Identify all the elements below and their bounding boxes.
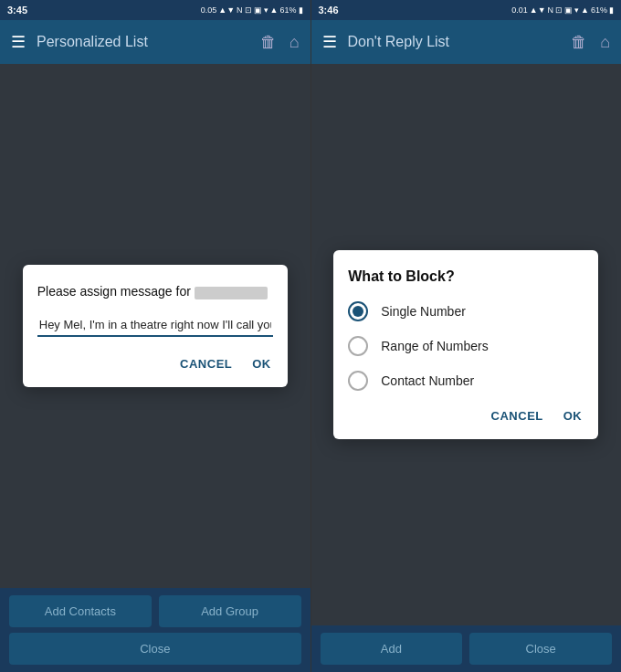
radio-circle-single (348, 301, 368, 321)
dialog2-title: What to Block? (348, 268, 584, 285)
dialog-actions-right: CANCEL OK (348, 405, 584, 426)
status-icons-left: 0.05 ▲▼ N ⊡ ▣ ▾ ▲ 61% ▮ (201, 5, 303, 15)
status-bar-left: 3:45 0.05 ▲▼ N ⊡ ▣ ▾ ▲ 61% ▮ (0, 0, 310, 20)
time-left: 3:45 (7, 5, 27, 16)
add-button-right[interactable]: Add (321, 633, 463, 665)
status-bar-right: 3:46 0.01 ▲▼ N ⊡ ▣ ▾ ▲ 61% ▮ (311, 0, 622, 20)
radio-circle-range (348, 336, 368, 356)
appbar-actions-right: 🗑 ⌂ (571, 33, 610, 52)
ok-button-left[interactable]: OK (250, 353, 273, 374)
appbar-left: ☰ Personalized List 🗑 ⌂ (0, 20, 310, 64)
menu-icon-left[interactable]: ☰ (11, 32, 26, 52)
delete-icon-left[interactable]: 🗑 (260, 33, 277, 52)
bottom-buttons-right: Add Close (311, 625, 622, 672)
menu-icon-right[interactable]: ☰ (322, 32, 337, 52)
radio-label-contact: Contact Number (381, 373, 474, 388)
home-icon-left[interactable]: ⌂ (289, 33, 300, 52)
main-content-right: What to Block? Single Number Range of Nu… (311, 64, 622, 625)
appbar-actions-left: 🗑 ⌂ (260, 33, 300, 52)
add-group-button[interactable]: Add Group (159, 595, 301, 627)
radio-label-range: Range of Numbers (381, 339, 489, 353)
ok-button-right[interactable]: OK (562, 405, 584, 426)
btn-row-1-right: Add Close (321, 633, 613, 665)
appbar-title-right: Don't Reply List (348, 34, 561, 50)
cancel-button-right[interactable]: CANCEL (489, 405, 545, 426)
status-icons-right: 0.01 ▲▼ N ⊡ ▣ ▾ ▲ 61% ▮ (511, 5, 614, 15)
add-contacts-button[interactable]: Add Contacts (9, 595, 152, 627)
close-button-right[interactable]: Close (469, 633, 612, 665)
radio-option-range[interactable]: Range of Numbers (348, 336, 584, 356)
dialog-overlay-left: Please assign message for CANCEL OK (0, 64, 310, 588)
delete-icon-right[interactable]: 🗑 (571, 33, 587, 52)
bottom-buttons-left: Add Contacts Add Group Close (0, 588, 310, 672)
close-button-left[interactable]: Close (9, 633, 301, 665)
radio-option-contact[interactable]: Contact Number (348, 371, 584, 391)
assign-message-dialog: Please assign message for CANCEL OK (23, 265, 288, 387)
home-icon-right[interactable]: ⌂ (600, 33, 610, 52)
what-to-block-dialog: What to Block? Single Number Range of Nu… (333, 250, 598, 439)
dialog-actions-left: CANCEL OK (37, 353, 273, 374)
time-right: 3:46 (319, 5, 339, 16)
panel-left: 3:45 0.05 ▲▼ N ⊡ ▣ ▾ ▲ 61% ▮ ☰ Personali… (0, 0, 310, 672)
cancel-button-left[interactable]: CANCEL (178, 353, 234, 374)
appbar-title-left: Personalized List (37, 34, 249, 50)
btn-row-2-left: Close (9, 633, 301, 665)
radio-label-single: Single Number (381, 304, 466, 319)
radio-circle-contact (348, 371, 368, 391)
dialog-overlay-right: What to Block? Single Number Range of Nu… (311, 64, 622, 625)
main-content-left: Please assign message for CANCEL OK (0, 64, 310, 588)
panel-right: 3:46 0.01 ▲▼ N ⊡ ▣ ▾ ▲ 61% ▮ ☰ Don't Rep… (311, 0, 622, 672)
message-input[interactable] (37, 314, 273, 337)
blurred-name (195, 287, 268, 299)
radio-option-single[interactable]: Single Number (348, 301, 584, 321)
dialog-message: Please assign message for (37, 283, 273, 301)
appbar-right: ☰ Don't Reply List 🗑 ⌂ (311, 20, 622, 64)
btn-row-1-left: Add Contacts Add Group (9, 595, 301, 627)
